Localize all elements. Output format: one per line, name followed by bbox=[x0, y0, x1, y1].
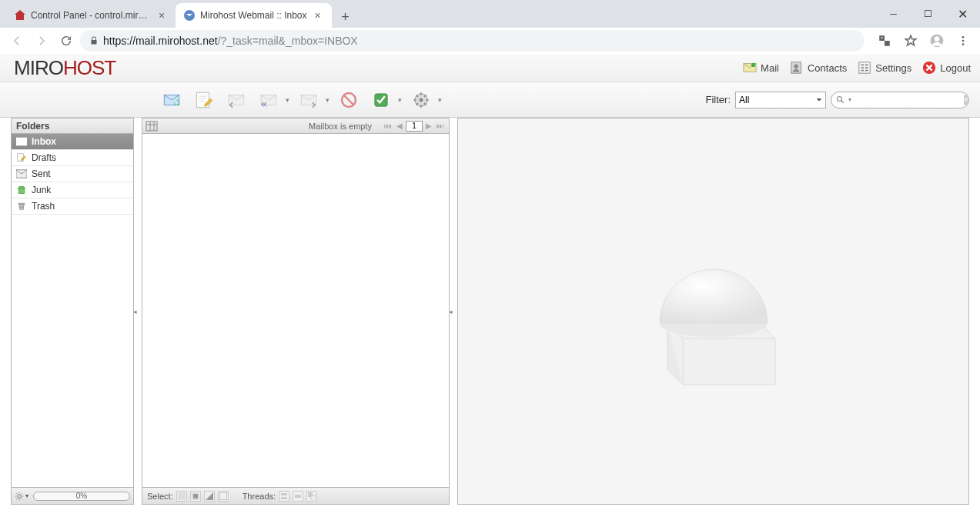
thread-collapse-button[interactable] bbox=[293, 491, 303, 502]
trash-icon bbox=[16, 202, 27, 211]
thread-expand-button[interactable] bbox=[279, 491, 289, 502]
reload-button[interactable] bbox=[55, 30, 77, 52]
more-actions-button[interactable] bbox=[408, 88, 434, 112]
close-window-button[interactable]: ✕ bbox=[945, 2, 980, 25]
drafts-icon bbox=[16, 153, 27, 162]
reply-all-button[interactable] bbox=[256, 88, 282, 112]
svg-rect-39 bbox=[281, 497, 287, 499]
pager-first-button[interactable]: ⏮ bbox=[383, 121, 393, 132]
folder-actions-button[interactable] bbox=[15, 490, 28, 502]
svg-point-27 bbox=[838, 96, 842, 101]
lock-icon bbox=[89, 36, 99, 45]
settings-icon bbox=[858, 61, 871, 75]
folder-sent[interactable]: Sent bbox=[12, 166, 133, 182]
pager-prev-button[interactable]: ◀ bbox=[394, 121, 405, 132]
folders-sidebar: Folders Inbox Drafts Sent Junk Trash bbox=[11, 118, 134, 505]
logo: MIROHOST bbox=[14, 56, 115, 80]
forward-button[interactable] bbox=[31, 30, 52, 52]
compose-button[interactable] bbox=[191, 88, 217, 112]
preview-pane bbox=[457, 118, 969, 505]
sidebar-footer: 0% bbox=[12, 487, 133, 504]
main-area: Folders Inbox Drafts Sent Junk Trash bbox=[0, 118, 980, 505]
clear-search-button[interactable]: × bbox=[964, 95, 968, 105]
url-field[interactable]: https://mail.mirohost.net/?_task=mail&_m… bbox=[80, 30, 865, 52]
svg-rect-14 bbox=[865, 67, 868, 68]
svg-point-5 bbox=[962, 43, 965, 45]
profile-button[interactable] bbox=[926, 30, 948, 52]
svg-rect-10 bbox=[859, 62, 870, 73]
thread-toggle-button[interactable] bbox=[306, 491, 317, 502]
new-tab-button[interactable]: + bbox=[335, 6, 356, 28]
reply-button[interactable] bbox=[223, 88, 249, 112]
search-box[interactable]: ▾ × bbox=[831, 92, 969, 108]
tab-title: Control Panel - control.mirohost... bbox=[31, 10, 151, 21]
nav-contacts[interactable]: Contacts bbox=[790, 61, 847, 75]
splitter-right[interactable]: ◂ bbox=[448, 302, 453, 321]
select-invert-button[interactable] bbox=[218, 491, 229, 502]
columns-icon[interactable] bbox=[145, 121, 158, 132]
filter-select[interactable]: All bbox=[735, 92, 826, 108]
address-bar: https://mail.mirohost.net/?_task=mail&_m… bbox=[0, 28, 980, 54]
folder-drafts[interactable]: Drafts bbox=[12, 150, 133, 166]
svg-point-2 bbox=[935, 36, 940, 42]
inbox-icon bbox=[16, 137, 27, 146]
search-icon bbox=[836, 95, 845, 105]
nav-mail[interactable]: Mail bbox=[743, 61, 779, 75]
select-all-button[interactable] bbox=[176, 491, 187, 502]
svg-point-7 bbox=[751, 63, 755, 67]
select-label: Select: bbox=[147, 492, 173, 501]
header-nav: Mail Contacts Settings Logout bbox=[743, 54, 971, 82]
menu-button[interactable] bbox=[952, 30, 974, 52]
folder-inbox[interactable]: Inbox bbox=[12, 134, 133, 150]
close-icon[interactable]: × bbox=[312, 9, 324, 22]
select-page-button[interactable] bbox=[190, 491, 201, 502]
bookmark-button[interactable] bbox=[900, 30, 921, 52]
forward-button[interactable] bbox=[296, 88, 322, 112]
pager-input[interactable] bbox=[406, 121, 423, 132]
delete-button[interactable] bbox=[336, 88, 362, 112]
minimize-button[interactable]: ─ bbox=[876, 2, 911, 25]
back-button[interactable] bbox=[6, 30, 28, 52]
translate-button[interactable] bbox=[874, 30, 895, 52]
pager-last-button[interactable]: ⏭ bbox=[435, 121, 446, 132]
message-list[interactable] bbox=[142, 134, 449, 487]
svg-rect-42 bbox=[311, 495, 316, 500]
svg-point-26 bbox=[420, 98, 423, 102]
search-input[interactable] bbox=[855, 95, 961, 105]
logout-icon bbox=[922, 61, 936, 75]
list-header: Mailbox is empty ⏮ ◀ ▶ ⏭ bbox=[142, 118, 449, 134]
splitter-left[interactable]: ◂ bbox=[132, 302, 137, 321]
svg-rect-37 bbox=[219, 492, 227, 500]
folder-trash[interactable]: Trash bbox=[12, 198, 133, 215]
svg-point-32 bbox=[18, 494, 22, 498]
message-list-panel: Mailbox is empty ⏮ ◀ ▶ ⏭ Select: Threads… bbox=[142, 118, 450, 505]
mail-icon bbox=[743, 61, 757, 75]
svg-rect-38 bbox=[281, 493, 287, 495]
browser-tab[interactable]: Mirohost Webmail :: Inbox × bbox=[176, 3, 332, 28]
mail-icon bbox=[183, 9, 196, 22]
quota-indicator: 0% bbox=[33, 492, 130, 501]
svg-point-3 bbox=[962, 36, 965, 38]
browser-tab[interactable]: Control Panel - control.mirohost... × bbox=[6, 3, 176, 28]
chevron-down-icon[interactable]: ▾ bbox=[848, 96, 851, 103]
maximize-button[interactable]: ☐ bbox=[911, 2, 945, 25]
mail-toolbar: Filter: All ▾ × bbox=[0, 82, 980, 118]
svg-rect-13 bbox=[861, 67, 865, 68]
app-header: MIROHOST Mail Contacts Settings Logout bbox=[0, 54, 980, 82]
close-icon[interactable]: × bbox=[156, 9, 168, 22]
filter-label: Filter: bbox=[706, 94, 731, 105]
tab-title: Mirohost Webmail :: Inbox bbox=[200, 10, 307, 21]
list-footer: Select: Threads: bbox=[142, 487, 449, 504]
svg-rect-16 bbox=[865, 70, 868, 72]
svg-rect-40 bbox=[295, 495, 301, 498]
refresh-button[interactable] bbox=[159, 88, 185, 112]
select-unread-button[interactable] bbox=[204, 491, 215, 502]
nav-logout[interactable]: Logout bbox=[922, 61, 971, 75]
folder-junk[interactable]: Junk bbox=[12, 182, 133, 198]
mark-button[interactable] bbox=[368, 88, 394, 112]
svg-rect-33 bbox=[146, 122, 157, 131]
browser-tab-bar: Control Panel - control.mirohost... × Mi… bbox=[0, 0, 980, 28]
nav-settings[interactable]: Settings bbox=[858, 61, 911, 75]
pager-next-button[interactable]: ▶ bbox=[423, 121, 434, 132]
folders-header: Folders bbox=[12, 118, 133, 134]
